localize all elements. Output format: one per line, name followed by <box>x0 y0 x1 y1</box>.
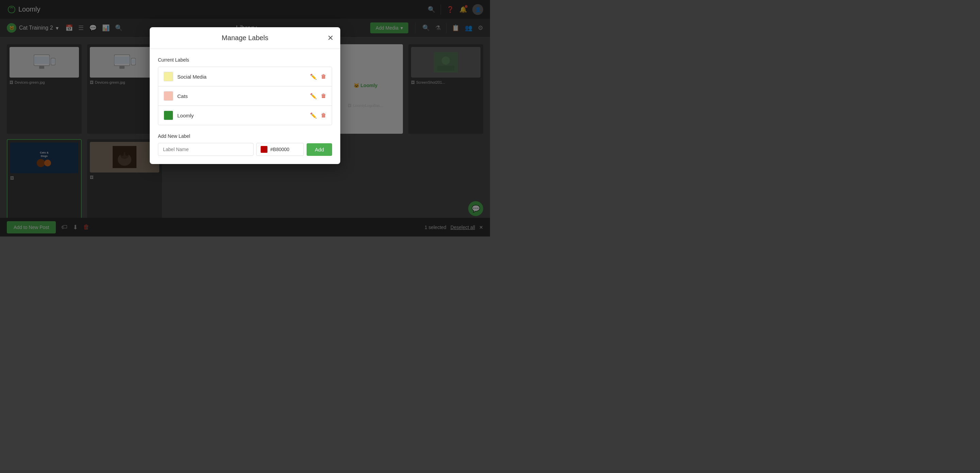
color-picker-button[interactable]: #B80000 <box>256 143 304 156</box>
label-actions-loomly: ✏️ 🗑 <box>310 112 326 119</box>
modal-body: Current Labels Social Media ✏️ 🗑 Cats <box>150 49 340 164</box>
edit-label-social-media-button[interactable]: ✏️ <box>310 73 317 80</box>
add-label-row: #B80000 Add <box>158 143 332 156</box>
delete-label-social-media-button[interactable]: 🗑 <box>321 73 326 80</box>
label-row-social-media: Social Media ✏️ 🗑 <box>158 67 332 86</box>
label-color-social-media <box>164 72 173 81</box>
label-actions-cats: ✏️ 🗑 <box>310 93 326 99</box>
modal-header: Manage Labels ✕ <box>150 27 340 49</box>
add-new-label-section: Add New Label #B80000 Add <box>158 134 332 156</box>
color-preview-swatch <box>261 146 267 153</box>
color-value-label: #B80000 <box>270 147 289 152</box>
label-row-loomly: Loomly ✏️ 🗑 <box>158 106 332 125</box>
label-actions-social-media: ✏️ 🗑 <box>310 73 326 80</box>
labels-list: Social Media ✏️ 🗑 Cats ✏️ 🗑 <box>158 67 332 125</box>
label-row-cats: Cats ✏️ 🗑 <box>158 86 332 106</box>
manage-labels-modal: Manage Labels ✕ Current Labels Social Me… <box>150 27 340 164</box>
modal-close-button[interactable]: ✕ <box>327 34 334 42</box>
current-labels-title: Current Labels <box>158 57 332 63</box>
label-color-loomly <box>164 111 173 120</box>
delete-label-cats-button[interactable]: 🗑 <box>321 93 326 99</box>
label-name-social-media: Social Media <box>177 74 306 80</box>
label-color-cats <box>164 91 173 101</box>
modal-overlay: Manage Labels ✕ Current Labels Social Me… <box>0 0 490 237</box>
add-new-label-title: Add New Label <box>158 134 332 139</box>
add-label-button[interactable]: Add <box>307 143 332 156</box>
label-name-input[interactable] <box>158 143 253 156</box>
label-name-cats: Cats <box>177 93 306 99</box>
edit-label-cats-button[interactable]: ✏️ <box>310 93 317 99</box>
edit-label-loomly-button[interactable]: ✏️ <box>310 112 317 119</box>
modal-title: Manage Labels <box>222 34 269 42</box>
delete-label-loomly-button[interactable]: 🗑 <box>321 112 326 118</box>
label-name-loomly: Loomly <box>177 113 306 118</box>
